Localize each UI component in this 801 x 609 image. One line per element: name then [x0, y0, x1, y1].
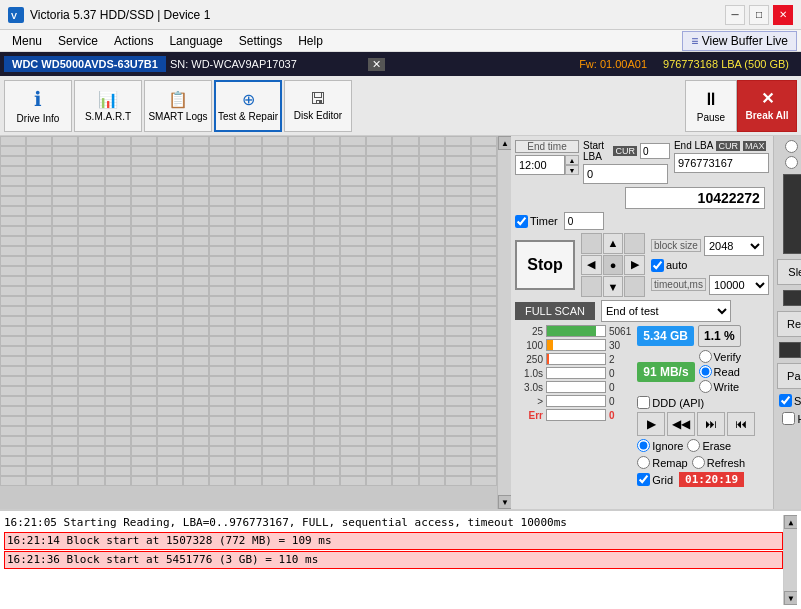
log-scroll-down[interactable]: ▼ — [784, 591, 797, 605]
timeout-row: timeout,ms 10000 5000 — [651, 275, 769, 295]
grid-label[interactable]: Grid — [637, 473, 673, 486]
auto-row: auto — [651, 259, 769, 272]
pio-label[interactable]: PIO — [785, 156, 801, 169]
block-timeout-col: block size 2048 512 4096 auto — [651, 236, 769, 295]
minimize-button[interactable]: ─ — [725, 5, 745, 25]
prev-button[interactable]: ◀◀ — [667, 412, 695, 436]
dpad-center[interactable]: ● — [603, 255, 624, 276]
dpad-down[interactable]: ▼ — [603, 276, 624, 297]
smart-icon: 📊 — [98, 90, 118, 109]
full-scan-button[interactable]: FULL SCAN — [515, 302, 595, 320]
end-lba-header: End LBA CUR MAX — [674, 140, 769, 151]
timer-input[interactable] — [564, 212, 604, 230]
passp-button[interactable]: Passp — [777, 363, 801, 389]
smart-button[interactable]: 📊 S.M.A.R.T — [74, 80, 142, 132]
close-button[interactable]: ✕ — [773, 5, 793, 25]
ddd-label[interactable]: DDD (API) — [637, 396, 769, 409]
erase-radio[interactable] — [687, 439, 700, 452]
hints-label[interactable]: Hints — [782, 412, 801, 425]
bar-count-25: 5061 — [609, 326, 631, 337]
read-radio[interactable] — [699, 365, 712, 378]
log-scroll-up[interactable]: ▲ — [784, 515, 797, 529]
timeout-select[interactable]: 10000 5000 — [709, 275, 769, 295]
pio-radio[interactable] — [785, 156, 798, 169]
ddd-checkbox[interactable] — [637, 396, 650, 409]
read-label[interactable]: Read — [699, 365, 742, 378]
stop-button[interactable]: Stop — [515, 240, 575, 290]
verify-radio[interactable] — [699, 350, 712, 363]
recall-button[interactable]: Recall — [777, 311, 801, 337]
scroll-down-arrow[interactable]: ▼ — [498, 495, 511, 509]
auto-label[interactable]: auto — [651, 259, 687, 272]
refresh-label[interactable]: Refresh — [692, 456, 746, 469]
auto-checkbox[interactable] — [651, 259, 664, 272]
scroll-track[interactable] — [498, 150, 511, 495]
end-time-up[interactable]: ▲ — [565, 155, 579, 165]
ignore-radio[interactable] — [637, 439, 650, 452]
disk-editor-label: Disk Editor — [294, 110, 342, 121]
block-size-select[interactable]: 2048 512 4096 — [704, 236, 764, 256]
sound-label[interactable]: Sound — [779, 394, 801, 407]
pause-button[interactable]: ⏸ Pause — [685, 80, 737, 132]
sleep-button[interactable]: Sleep — [777, 259, 801, 285]
cur-input[interactable] — [640, 143, 670, 159]
view-buffer-btn[interactable]: ≡ View Buffer Live — [682, 31, 797, 51]
menu-actions[interactable]: Actions — [106, 32, 161, 50]
test-repair-button[interactable]: ⊕ Test & Repair — [214, 80, 282, 132]
stats-options: 5.34 GB 1.1 % 91 MB/s Verify — [637, 325, 769, 487]
log-scroll-track[interactable] — [784, 529, 797, 591]
bar-track-100 — [546, 339, 606, 351]
end-of-test-select[interactable]: End of test — [601, 300, 731, 322]
content-area: // Will be populated by JS below ▲ ▼ End… — [0, 136, 801, 509]
dpad-up[interactable]: ▲ — [603, 233, 624, 254]
dpad-left[interactable]: ◀ — [581, 255, 602, 276]
menu-language[interactable]: Language — [161, 32, 230, 50]
api-label[interactable]: API — [785, 140, 801, 153]
grid-checkbox[interactable] — [637, 473, 650, 486]
erase-label[interactable]: Erase — [687, 439, 731, 452]
end-button[interactable]: ⏭ — [697, 412, 725, 436]
verify-label[interactable]: Verify — [699, 350, 742, 363]
play-button[interactable]: ▶ — [637, 412, 665, 436]
disk-editor-button[interactable]: 🖫 Disk Editor — [284, 80, 352, 132]
start-lba-input[interactable] — [583, 164, 668, 184]
remap-label[interactable]: Remap — [637, 456, 687, 469]
controls-main: End time ▲ ▼ Start LBA — [511, 136, 773, 509]
stop-dpad-row: Stop ▲ ◀ ● ▶ ▼ — [515, 233, 769, 297]
maximize-button[interactable]: □ — [749, 5, 769, 25]
bar-count-3s: 0 — [609, 382, 615, 393]
remap-radio[interactable] — [637, 456, 650, 469]
bar-label-100: 100 — [515, 340, 543, 351]
mid-indicator — [783, 290, 801, 306]
end-time-input[interactable] — [515, 155, 565, 175]
break-all-button[interactable]: ✕ Break All — [737, 80, 797, 132]
menu-menu[interactable]: Menu — [4, 32, 50, 50]
stat-pct: 1.1 % — [698, 325, 741, 347]
write-radio[interactable] — [699, 380, 712, 393]
block-size-row: block size 2048 512 4096 — [651, 236, 769, 256]
hints-checkbox[interactable] — [782, 412, 795, 425]
menu-settings[interactable]: Settings — [231, 32, 290, 50]
drive-info-button[interactable]: ℹ Drive Info — [4, 80, 72, 132]
dpad-right[interactable]: ▶ — [624, 255, 645, 276]
refresh-radio[interactable] — [692, 456, 705, 469]
timer-checkbox-label[interactable]: Timer — [515, 215, 558, 228]
write-label[interactable]: Write — [699, 380, 742, 393]
last-button[interactable]: ⏮ — [727, 412, 755, 436]
api-radio[interactable] — [785, 140, 798, 153]
bar-count-err: 0 — [609, 410, 615, 421]
end-lba-input[interactable] — [674, 153, 769, 173]
drive-close-icon[interactable]: ✕ — [368, 58, 385, 71]
scroll-up-arrow[interactable]: ▲ — [498, 136, 511, 150]
sound-checkbox[interactable] — [779, 394, 792, 407]
dpad-tr — [624, 233, 645, 254]
timer-checkbox[interactable] — [515, 215, 528, 228]
ignore-label[interactable]: Ignore — [637, 439, 683, 452]
menu-service[interactable]: Service — [50, 32, 106, 50]
fullscan-eot-row: FULL SCAN End of test — [515, 300, 769, 322]
smart-logs-button[interactable]: 📋 SMART Logs — [144, 80, 212, 132]
big-lba-input[interactable] — [625, 187, 765, 209]
app-window: V Victoria 5.37 HDD/SSD | Device 1 ─ □ ✕… — [0, 0, 801, 609]
menu-help[interactable]: Help — [290, 32, 331, 50]
end-time-down[interactable]: ▼ — [565, 165, 579, 175]
